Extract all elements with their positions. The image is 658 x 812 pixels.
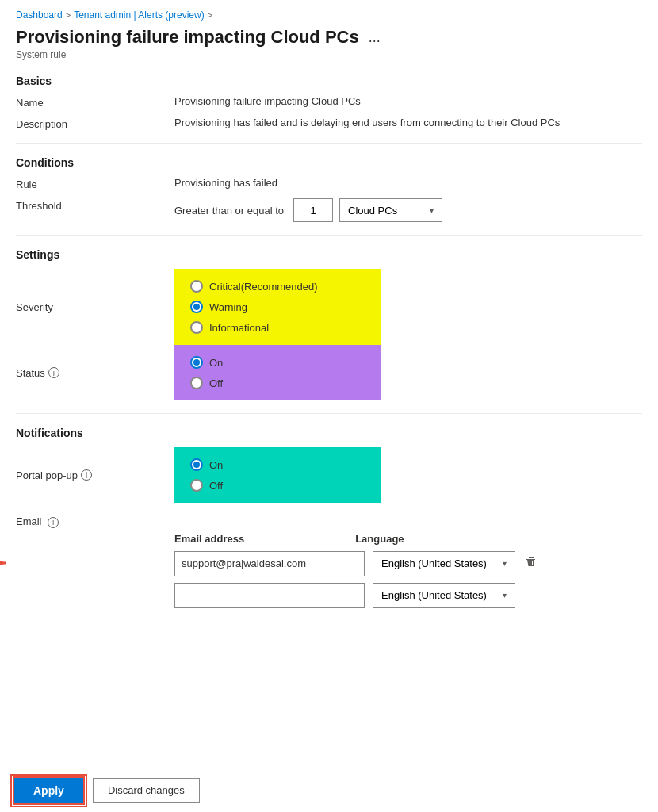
severity-informational-option[interactable]: Informational [190,321,365,334]
status-on-option[interactable]: On [190,356,365,369]
severity-informational-label: Informational [209,322,269,334]
severity-row: Severity Critical(Recommended) Warning I… [16,269,642,345]
basics-description-label: Description [16,117,174,130]
conditions-rule-value: Provisioning has failed [174,177,277,189]
chevron-down-icon-lang-2: ▾ [503,591,507,599]
conditions-threshold-label: Threshold [16,198,174,212]
page-subtitle: System rule [16,49,642,60]
threshold-prefix: Greater than or equal to [174,205,284,216]
status-on-radio[interactable] [190,356,203,369]
language-value-2: English (United States) [381,589,487,601]
portal-label: Portal pop-up [16,469,78,481]
email-language-col-header: Language [355,533,404,545]
severity-warning-option[interactable]: Warning [190,301,365,313]
conditions-threshold-row: Threshold Greater than or equal to Cloud… [16,198,642,222]
email-row-1: English (United States) ▾ [16,551,642,576]
apply-button[interactable]: Apply [13,776,85,805]
arrow-indicator [0,554,13,574]
chevron-down-icon-lang-1: ▾ [503,559,507,568]
status-label: Status [16,367,45,379]
email-label-row: Email i [16,514,642,528]
severity-block: Critical(Recommended) Warning Informatio… [174,269,381,345]
page-title: Provisioning failure impacting Cloud PCs [16,27,359,48]
portal-info-icon[interactable]: i [81,469,92,481]
status-off-radio[interactable] [190,377,203,389]
email-section: Email i Email address Language [16,514,642,608]
email-row-2: English (United States) ▾ [16,583,642,608]
bottom-bar: Apply Discard changes [0,768,658,812]
breadcrumb-dashboard[interactable]: Dashboard [16,10,63,21]
status-info-icon[interactable]: i [48,367,59,378]
portal-row: Portal pop-up i On Off [16,447,642,503]
language-value-1: English (United States) [381,557,487,569]
status-on-label: On [209,357,223,369]
language-dropdown-2[interactable]: English (United States) ▾ [373,583,515,608]
conditions-rule-row: Rule Provisioning has failed [16,177,642,190]
severity-label: Severity [16,301,53,313]
breadcrumb-tenant-admin[interactable]: Tenant admin | Alerts (preview) [74,10,205,21]
threshold-controls: Greater than or equal to Cloud PCs ▾ [174,198,442,222]
status-off-option[interactable]: Off [190,377,365,389]
basics-description-value: Provisioning has failed and is delaying … [174,117,560,128]
email-label: Email i [16,514,174,528]
ellipsis-button[interactable]: ... [365,28,384,48]
severity-critical-label: Critical(Recommended) [209,281,318,293]
email-info-icon[interactable]: i [48,517,59,528]
notifications-section-title: Notifications [16,427,642,439]
threshold-input[interactable] [293,198,333,222]
email-address-col-header: Email address [174,533,244,545]
settings-section-title: Settings [16,248,642,261]
severity-warning-radio[interactable] [190,301,203,313]
email-input-2[interactable] [174,583,365,608]
severity-warning-label: Warning [209,301,247,313]
portal-off-label: Off [209,480,223,492]
chevron-down-icon: ▾ [430,206,434,215]
basics-section-title: Basics [16,75,642,87]
conditions-section-title: Conditions [16,156,642,169]
portal-block: On Off [174,447,381,503]
basics-name-row: Name Provisioning failure impacting Clou… [16,95,642,109]
portal-on-label: On [209,459,223,471]
threshold-unit-label: Cloud PCs [348,205,397,216]
breadcrumb-sep-1: > [66,10,71,20]
discard-button[interactable]: Discard changes [93,778,200,803]
severity-informational-radio[interactable] [190,321,203,334]
basics-name-label: Name [16,95,174,109]
status-block: On Off [174,345,381,400]
basics-name-value: Provisioning failure impacting Cloud PCs [174,95,361,107]
delete-email-1-button[interactable] [523,554,539,573]
threshold-unit-dropdown[interactable]: Cloud PCs ▾ [339,198,442,222]
breadcrumb-sep-2: > [208,10,212,20]
basics-description-row: Description Provisioning has failed and … [16,117,642,130]
status-row: Status i On Off [16,345,642,400]
portal-on-radio[interactable] [190,458,203,471]
severity-critical-option[interactable]: Critical(Recommended) [190,280,365,293]
portal-off-radio[interactable] [190,479,203,492]
status-off-label: Off [209,377,223,389]
email-column-headers: Email address Language [16,533,642,545]
breadcrumb: Dashboard > Tenant admin | Alerts (previ… [16,10,642,21]
severity-critical-radio[interactable] [190,280,203,293]
email-input-1[interactable] [174,551,365,576]
conditions-rule-label: Rule [16,177,174,190]
portal-on-option[interactable]: On [190,458,365,471]
language-dropdown-1[interactable]: English (United States) ▾ [373,551,515,576]
portal-off-option[interactable]: Off [190,479,365,492]
